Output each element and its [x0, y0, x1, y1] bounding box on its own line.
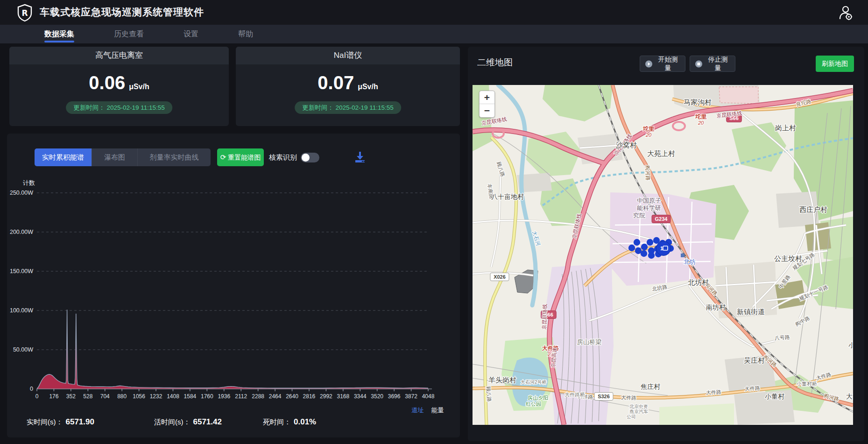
place-name-label: 大石河2号桥 [521, 380, 547, 385]
tab-realtime-spectrum[interactable]: 实时累积能谱 [35, 148, 92, 166]
shield-logo-icon: R [15, 3, 34, 22]
start-measure-button[interactable]: 开始测量 [640, 56, 685, 72]
tab-help[interactable]: 帮助 [238, 25, 253, 43]
exit-label: 坨里 [642, 126, 655, 132]
axis-mode-energy[interactable]: 能量 [431, 407, 444, 414]
place-name-label: 新镇街道 [737, 308, 765, 316]
spectrum-line [37, 310, 428, 388]
spectrum-area [37, 310, 428, 389]
spectrum-chart: 250.00W200.00W150.00W100.00W50.00W0计数017… [7, 177, 460, 402]
y-axis-title: 计数 [23, 179, 35, 186]
track-point[interactable] [634, 239, 640, 246]
y-tick-label: 200.00W [10, 229, 33, 235]
x-tick-label: 704 [100, 393, 110, 400]
dose-rate-value: 0.07μSv/h [236, 72, 460, 93]
place-name-label: 西庄户村 [799, 205, 827, 213]
x-tick-label: 1232 [150, 393, 162, 400]
road-name-label: 顾八路 [496, 161, 506, 177]
place-name-label: 大紫 [846, 393, 853, 400]
stop-measure-button[interactable]: 停止测量 [690, 56, 735, 72]
x-tick-label: 3520 [371, 393, 383, 400]
track-point[interactable] [628, 245, 635, 251]
place-name-label: 小董村 [765, 393, 784, 400]
place-name-label: 小紫 [848, 341, 853, 349]
x-tick-label: 0 [35, 393, 39, 400]
x-tick-label: 2992 [320, 393, 332, 400]
axis-mode-channel[interactable]: 道址 [411, 407, 424, 414]
reset-spectrum-button[interactable]: ⟳重置能谱图 [217, 148, 264, 166]
app-title: 车载式核应急现场巡测系统管理软件 [40, 6, 204, 19]
refresh-map-button[interactable]: 刷新地图 [816, 56, 854, 72]
zoom-out-button[interactable]: − [480, 104, 494, 117]
exit-number: 20 [645, 132, 652, 138]
app-header: R 车载式核应急现场巡测系统管理软件 [0, 0, 868, 25]
track-point[interactable] [647, 239, 653, 246]
place-name-label: 北坊 [684, 258, 696, 265]
nuclide-id-label: 核素识别 [269, 148, 297, 166]
road-name-label: 大件路 [621, 395, 636, 401]
update-time-badge: 更新时间： 2025-02-19 11:15:55 [66, 101, 172, 114]
nuclide-id-toggle[interactable] [301, 153, 319, 162]
road-name-label: 京昆联络线 [541, 304, 548, 330]
place-name-label: 北京中资 [629, 404, 648, 409]
toggle-knob [302, 154, 310, 162]
place-name-label: 究院 [633, 212, 645, 219]
detector-card-ion-chamber: 高气压电离室 0.06μSv/h 更新时间： 2025-02-19 11:15:… [9, 47, 229, 126]
place-name-label: 燕京汽车 [629, 409, 648, 414]
cluster-marker[interactable] [656, 241, 671, 256]
map-title: 二维地图 [477, 56, 513, 69]
x-tick-label: 3696 [388, 393, 401, 400]
svg-text:G234: G234 [655, 216, 668, 222]
place-name-label: 八十亩地村 [491, 193, 524, 200]
place-name-label: 公主坟村 [774, 254, 802, 262]
detector-card-nai: NaI谱仪 0.07μSv/h 更新时间： 2025-02-19 11:15:5… [236, 47, 460, 126]
refresh-icon: ⟳ [220, 153, 226, 161]
svg-text:R: R [21, 8, 28, 18]
tab-data-collection[interactable]: 数据采集 [44, 25, 74, 43]
x-tick-label: 1936 [218, 393, 230, 400]
user-settings-icon[interactable] [837, 5, 854, 21]
track-point[interactable] [641, 244, 648, 250]
track-point[interactable] [641, 250, 647, 257]
map-canvas[interactable]: 1 S66S66G234S326X026坨里20坨里20大件路21 京昆联络线京… [473, 85, 853, 425]
tab-history[interactable]: 历史查看 [114, 25, 144, 43]
map-zoom-control: + − [479, 91, 495, 118]
zoom-in-button[interactable]: + [480, 91, 494, 104]
y-tick-label: 250.00W [10, 190, 33, 196]
x-tick-label: 2640 [286, 393, 298, 400]
exit-label: 坨里 [695, 113, 707, 120]
x-tick-label: 3168 [337, 393, 349, 400]
place-name-label: 焦庄村 [641, 383, 660, 390]
detector-name: 高气压电离室 [9, 47, 229, 64]
x-tick-label: 2816 [303, 393, 316, 400]
road-name-label: 阎河路 [645, 165, 651, 181]
tab-settings[interactable]: 设置 [183, 25, 198, 43]
place-name-label: 红公园 [526, 401, 541, 407]
place-name-label: 大苑上村 [647, 149, 675, 157]
dead-time-stat: 死时间：0.01% [263, 417, 316, 427]
update-time-badge: 更新时间： 2025-02-19 11:15:55 [295, 101, 401, 114]
place-name-label: 公司 [627, 414, 636, 419]
place-name-label: 能科学研 [637, 204, 661, 211]
y-tick-label: 150.00W [10, 268, 33, 275]
x-tick-label: 3344 [354, 393, 367, 400]
tab-waterfall[interactable]: 瀑布图 [92, 148, 137, 166]
place-name-label: 南坊村 [706, 303, 726, 311]
x-tick-label: 2464 [269, 393, 282, 400]
road-name-label: 八号路 [774, 334, 790, 341]
live-time-stat: 活时间(s)：6571.42 [154, 417, 222, 427]
x-tick-label: 4048 [422, 393, 435, 400]
tab-dose-rate-curve[interactable]: 剂量率实时曲线 [137, 148, 211, 166]
place-name-label: 房山桥梁 [577, 338, 601, 345]
y-tick-label: 100.00W [10, 307, 33, 314]
map-svg[interactable]: 1 S66S66G234S326X026坨里20坨里20大件路21 京昆联络线京… [473, 85, 853, 425]
download-icon[interactable] [353, 150, 367, 163]
track-point[interactable] [648, 252, 655, 259]
stop-icon [695, 60, 703, 68]
place-name-label: 中国原子 [637, 197, 661, 204]
exit-number: 20 [698, 120, 704, 126]
main-nav: 数据采集 历史查看 设置 帮助 [0, 25, 868, 43]
x-axis-mode-switch: 道址 能量 [406, 406, 444, 415]
place-name-label: 大件路桥 [565, 392, 585, 397]
road-name-label: 大件路 [744, 385, 760, 392]
